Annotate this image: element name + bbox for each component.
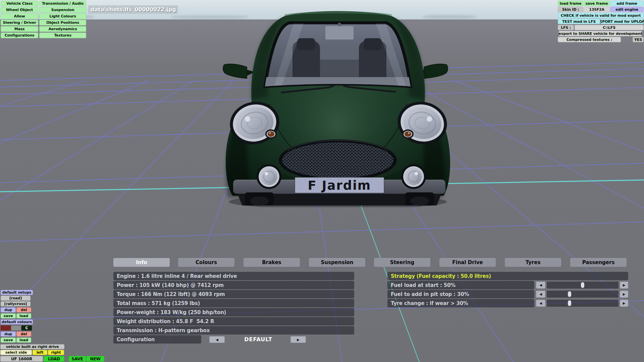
info-row-weight-distribution: Weight distribution : 45.8 F 54.2 R <box>113 317 354 325</box>
car-model: F Jardim <box>218 9 453 207</box>
menu-suspension[interactable]: Suspension <box>39 7 86 13</box>
add-frame-button[interactable]: add frame <box>610 1 644 6</box>
setups-dup-button[interactable]: dup <box>1 307 16 312</box>
menu-allow[interactable]: Allow <box>1 13 38 19</box>
fuel-pit-dec-button[interactable]: ◀ <box>536 291 545 298</box>
arrow-left-icon: ◀ <box>216 338 218 342</box>
tyre-change-thumb[interactable] <box>568 300 571 306</box>
test-mod-button[interactable]: TEST mod in LFS <box>558 19 600 24</box>
fuel-pit-thumb[interactable] <box>568 291 571 297</box>
vehicle-save-button[interactable]: SAVE <box>69 356 86 362</box>
arrow-right-icon: ▶ <box>623 292 626 296</box>
car-windshield <box>264 23 415 93</box>
edit-engine-button[interactable]: edit engine <box>610 7 644 12</box>
colour-swatch-grey[interactable] <box>11 325 21 330</box>
vehicle-name-button[interactable]: UF 1600R <box>0 356 43 362</box>
arrow-left-icon: ◀ <box>539 283 542 287</box>
tab-brakes[interactable]: Brakes <box>244 258 300 267</box>
tab-final-drive[interactable]: Final Drive <box>439 258 496 267</box>
menu-mass[interactable]: Mass <box>1 26 38 32</box>
car-grille <box>279 139 397 181</box>
save-frame-button[interactable]: save frame <box>584 1 609 6</box>
car-wheels <box>237 192 441 206</box>
info-row-power-weight: Power-weight : 183 W/kg (250 bhp/ton) <box>113 308 354 316</box>
tyre-change-inc-button[interactable]: ▶ <box>620 300 628 307</box>
share-vehicle-button[interactable]: export to SHARE vehicle for development <box>559 31 642 36</box>
skin-id-value[interactable]: 135F2A <box>584 7 609 12</box>
select-side-label: select side <box>0 350 32 355</box>
colours-save-button[interactable]: save <box>1 338 16 343</box>
configuration-next-button[interactable]: ▶ <box>290 336 306 343</box>
tab-passengers[interactable]: Passengers <box>570 258 627 267</box>
car-foglight-left <box>257 164 281 189</box>
info-row-total-mass: Total mass : 571 kg (1259 lbs) <box>113 299 354 307</box>
configuration-label: Configuration <box>113 335 201 344</box>
colours-load-button[interactable]: load <box>16 338 31 343</box>
colours-dup-button[interactable]: dup <box>1 331 16 337</box>
menu-object-positions[interactable]: Object Positions <box>39 20 86 25</box>
tyre-change-dec-button[interactable]: ◀ <box>536 300 545 307</box>
menu-transmission-audio[interactable]: Transmission / Audio <box>39 1 86 6</box>
menu-light-colours[interactable]: Light Colours <box>39 13 86 19</box>
lfs-path-value[interactable]: C:\LFS <box>575 25 644 30</box>
vehicle-load-button[interactable]: LOAD <box>44 356 64 362</box>
info-row-power: Power : 105 kW (140 bhp) @ 7412 rpm <box>113 281 354 289</box>
info-row-engine: Engine : 1.6 litre inline 4 / Rear wheel… <box>113 272 354 280</box>
tyre-change-slider[interactable] <box>547 300 619 307</box>
fuel-pit-slider[interactable] <box>547 291 619 298</box>
compressed-textures-value[interactable]: YES <box>633 37 644 42</box>
fuel-load-thumb[interactable] <box>581 282 584 288</box>
menu-aerodynamics[interactable]: Aerodynamics <box>39 26 86 32</box>
side-left-button[interactable]: left <box>33 350 47 355</box>
compressed-textures-label: Compressed textures : <box>558 37 621 42</box>
fuel-pit-inc-button[interactable]: ▶ <box>620 291 628 298</box>
setup-rallycross-button[interactable]: [rallycross] <box>1 301 31 306</box>
setups-del-button[interactable]: del <box>16 307 31 312</box>
car-foglight-right <box>401 164 426 189</box>
info-row-transmission: Transmission : H-pattern gearbox <box>113 326 354 335</box>
fuel-load-dec-button[interactable]: ◀ <box>536 282 545 289</box>
menu-steering-driver[interactable]: Steering / Driver <box>1 20 38 25</box>
menu-configurations[interactable]: Configurations <box>1 33 38 38</box>
colour-swatch-current[interactable]: C <box>21 325 32 330</box>
lfs-label: LFS : <box>558 25 574 30</box>
menu-vehicle-class[interactable]: Vehicle Class <box>1 1 38 6</box>
setups-save-button[interactable]: save <box>1 313 16 318</box>
license-plate: F Jardim <box>295 177 384 193</box>
fuel-load-inc-button[interactable]: ▶ <box>620 282 628 289</box>
tab-tyres[interactable]: Tyres <box>505 258 561 267</box>
export-mod-button[interactable]: EXPORT mod for UPLOAD <box>601 19 644 24</box>
menu-wheel-object[interactable]: Wheel Object <box>1 7 38 13</box>
fuel-pit-label: Fuel to add in pit stop : 30% <box>387 290 534 298</box>
arrow-left-icon: ◀ <box>539 292 542 296</box>
setup-road-button[interactable]: [road] <box>1 296 31 301</box>
arrow-right-icon: ▶ <box>623 283 626 287</box>
lfs-vehicle-editor: F Jardim Vehicle Class Wheel Object Allo… <box>0 0 644 362</box>
arrow-right-icon: ▶ <box>623 301 626 305</box>
viewport-3d[interactable]: F Jardim <box>0 0 644 362</box>
default-colours-button[interactable]: default colours <box>1 319 33 324</box>
vehicle-new-button[interactable]: NEW <box>86 356 104 362</box>
default-setups-button[interactable]: default setups <box>1 290 33 295</box>
info-row-torque: Torque : 166 Nm (122 lbft) @ 4093 rpm <box>113 290 354 298</box>
strategy-header: Strategy (Fuel capacity : 50.0 litres) <box>387 272 628 280</box>
tab-steering[interactable]: Steering <box>374 258 430 267</box>
colour-swatch-red[interactable] <box>1 325 11 330</box>
car-indicator-right <box>402 129 414 139</box>
tab-suspension[interactable]: Suspension <box>309 258 365 267</box>
check-valid-button[interactable]: CHECK if vehicle is valid for mod export <box>558 13 644 18</box>
car-indicator-left <box>265 129 277 139</box>
arrow-left-icon: ◀ <box>539 301 542 305</box>
tyre-change-label: Tyre change : if wear > 30% <box>387 299 534 307</box>
tab-info[interactable]: Info <box>113 258 170 267</box>
fuel-load-slider[interactable] <box>547 282 619 289</box>
configuration-prev-button[interactable]: ◀ <box>209 336 225 343</box>
colours-del-button[interactable]: del <box>16 331 31 337</box>
setups-load-button[interactable]: load <box>16 313 31 318</box>
side-right-button[interactable]: right <box>48 350 64 355</box>
load-frame-button[interactable]: load frame <box>558 1 583 6</box>
tab-colours[interactable]: Colours <box>178 258 234 267</box>
screenshot-path-label: data\shots\lfs_00000022.jpg <box>88 5 178 14</box>
menu-textures[interactable]: Textures <box>39 33 86 38</box>
skin-id-label: Skin ID : <box>558 7 583 12</box>
